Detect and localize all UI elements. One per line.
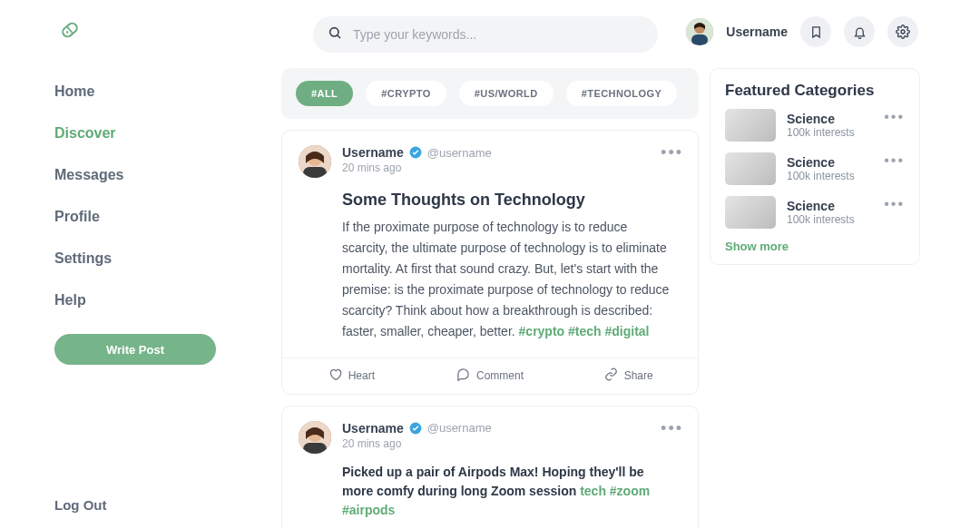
post-menu-icon[interactable]: ••• bbox=[661, 143, 683, 162]
category-menu-icon[interactable]: ••• bbox=[884, 196, 905, 212]
svg-line-4 bbox=[338, 35, 340, 38]
svg-point-3 bbox=[330, 28, 338, 36]
category-name: Science bbox=[787, 112, 855, 126]
post-username[interactable]: Username bbox=[342, 421, 404, 436]
filter-bar: #ALL #CRYPTO #US/WORLD #TECHNOLOGY bbox=[281, 68, 699, 119]
post-handle: @username bbox=[427, 421, 492, 435]
search-input[interactable] bbox=[313, 16, 658, 53]
settings-button[interactable] bbox=[887, 16, 918, 47]
search-icon bbox=[328, 25, 342, 44]
category-name: Science bbox=[787, 199, 855, 213]
sidebar: Home Discover Messages Profile Settings … bbox=[54, 71, 227, 529]
nav-help[interactable]: Help bbox=[54, 279, 227, 321]
hashtag[interactable]: tech bbox=[580, 484, 606, 498]
share-icon bbox=[604, 367, 618, 384]
verified-icon bbox=[409, 146, 422, 159]
hashtag[interactable]: #crypto bbox=[519, 324, 565, 338]
svg-rect-15 bbox=[303, 443, 327, 454]
svg-rect-7 bbox=[691, 34, 708, 45]
category-thumb bbox=[725, 196, 776, 229]
comment-action[interactable]: Comment bbox=[421, 358, 560, 394]
notifications-button[interactable] bbox=[844, 16, 875, 47]
post-username[interactable]: Username bbox=[342, 145, 404, 160]
filter-usworld[interactable]: #US/WORLD bbox=[459, 81, 554, 106]
featured-categories-panel: Featured Categories ••• Science 100k int… bbox=[710, 68, 920, 265]
avatar[interactable] bbox=[686, 18, 713, 45]
post-timestamp: 20 mins ago bbox=[342, 162, 492, 174]
category-item[interactable]: ••• Science 100k interests bbox=[725, 196, 905, 229]
verified-icon bbox=[409, 422, 422, 435]
main-feed: #ALL #CRYPTO #US/WORLD #TECHNOLOGY ••• U… bbox=[281, 68, 699, 529]
post-avatar[interactable] bbox=[299, 421, 331, 454]
comment-icon bbox=[456, 367, 470, 384]
post-handle: @username bbox=[427, 146, 492, 160]
post-title: Some Thoughts on Technology bbox=[342, 191, 681, 210]
filter-all[interactable]: #ALL bbox=[296, 81, 353, 106]
post-avatar[interactable] bbox=[299, 145, 331, 178]
bookmark-button[interactable] bbox=[800, 16, 831, 47]
category-interests: 100k interests bbox=[787, 213, 855, 226]
filter-technology[interactable]: #TECHNOLOGY bbox=[566, 81, 678, 106]
search-container bbox=[313, 16, 658, 53]
share-action[interactable]: Share bbox=[559, 358, 698, 394]
svg-point-2 bbox=[65, 31, 69, 34]
hashtag[interactable]: #digital bbox=[605, 324, 650, 338]
category-name: Science bbox=[787, 155, 855, 170]
post-menu-icon[interactable]: ••• bbox=[661, 419, 683, 438]
category-menu-icon[interactable]: ••• bbox=[884, 152, 905, 169]
post-body: Picked up a pair of Airpods Max! Hoping … bbox=[342, 463, 681, 520]
svg-point-8 bbox=[901, 30, 905, 34]
app-logo[interactable] bbox=[54, 15, 85, 45]
nav-messages[interactable]: Messages bbox=[54, 154, 227, 196]
nav-discover[interactable]: Discover bbox=[54, 113, 227, 154]
category-thumb bbox=[725, 152, 776, 185]
filter-crypto[interactable]: #CRYPTO bbox=[366, 81, 446, 106]
category-item[interactable]: ••• Science 100k interests bbox=[725, 152, 905, 185]
nav-home[interactable]: Home bbox=[54, 71, 227, 113]
hashtag[interactable]: #tech bbox=[568, 324, 602, 338]
post-actions: Heart Comment Share bbox=[282, 358, 698, 394]
category-interests: 100k interests bbox=[787, 126, 855, 139]
post-card: ••• Username @username 20 mins ago Some … bbox=[281, 130, 699, 395]
nav-profile[interactable]: Profile bbox=[54, 196, 227, 238]
heart-icon bbox=[328, 367, 342, 384]
write-post-button[interactable]: Write Post bbox=[54, 334, 216, 365]
category-item[interactable]: ••• Science 100k interests bbox=[725, 109, 905, 142]
category-menu-icon[interactable]: ••• bbox=[884, 109, 905, 125]
category-interests: 100k interests bbox=[787, 170, 855, 182]
hashtag[interactable]: #zoom bbox=[610, 484, 650, 498]
show-more-link[interactable]: Show more bbox=[725, 240, 905, 253]
logout-link[interactable]: Log Out bbox=[54, 497, 227, 513]
nav-settings[interactable]: Settings bbox=[54, 238, 227, 279]
post-body: If the proximate purpose of technology i… bbox=[342, 217, 681, 343]
post-card: ••• Username @username 20 mins ago Picke… bbox=[281, 406, 699, 529]
category-thumb bbox=[725, 109, 776, 142]
svg-rect-11 bbox=[303, 167, 327, 178]
post-timestamp: 20 mins ago bbox=[342, 437, 492, 450]
header-username[interactable]: Username bbox=[726, 24, 788, 39]
panel-title: Featured Categories bbox=[725, 82, 905, 100]
heart-action[interactable]: Heart bbox=[282, 358, 421, 394]
hashtag[interactable]: #airpods bbox=[342, 503, 395, 517]
